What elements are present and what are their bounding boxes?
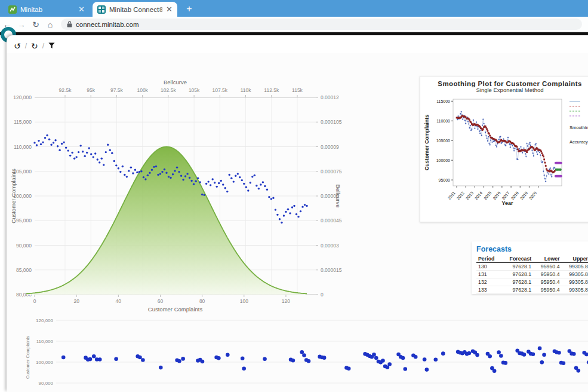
svg-text:92.5k: 92.5k [59, 87, 72, 93]
svg-text:Accuracy: Accuracy [569, 139, 588, 145]
svg-text:Bellcurve: Bellcurve [335, 184, 341, 207]
table-cell: 97628.1 [501, 263, 533, 271]
svg-text:120,000: 120,000 [13, 94, 32, 100]
table-cell: 97628.1 [501, 278, 533, 286]
smoothing-plot-chart: 1150001100001050001000009500020112012201… [420, 93, 588, 219]
table-cell: 133 [476, 286, 501, 294]
svg-text:2017: 2017 [501, 191, 510, 201]
table-cell: 95950.4 [533, 263, 561, 271]
svg-text:85,000: 85,000 [16, 267, 32, 273]
history-icon[interactable]: ↺ [14, 41, 21, 51]
svg-text:Customer Complaints: Customer Complaints [25, 336, 30, 379]
svg-text:40: 40 [116, 298, 122, 304]
svg-text:115k: 115k [292, 87, 303, 93]
tab-title: Minitab [20, 6, 75, 13]
close-icon[interactable]: ✕ [166, 5, 173, 13]
toolbar-separator: / [25, 42, 27, 50]
table-cell: 99305.8 [562, 263, 588, 271]
table-cell: 95950.4 [533, 278, 561, 286]
table-row: 13197628.195950.499305.8 [476, 271, 588, 278]
minitab-favicon-icon [8, 5, 17, 14]
svg-text:0.000045: 0.000045 [321, 218, 342, 223]
dashboard-panel: ↺ / ↻ / 92.5k95k97.5k100k102.5k105k107.5… [7, 35, 588, 392]
table-cell: 132 [476, 278, 501, 286]
svg-text:2015: 2015 [483, 191, 492, 201]
browser-toolbar: ← → ↻ ⌂ connect.minitab.com [0, 17, 588, 32]
forecasts-table: PeriodForecastLowerUpper13097628.195950.… [476, 255, 588, 294]
tab-minitab[interactable]: Minitab ✕ [4, 2, 90, 17]
svg-text:110k: 110k [241, 87, 252, 93]
svg-text:105000: 105000 [436, 139, 450, 143]
dashboard-canvas: 92.5k95k97.5k100k102.5k105k107.5k110k112… [7, 53, 588, 392]
svg-text:20: 20 [73, 298, 79, 304]
svg-text:0.000105: 0.000105 [321, 119, 342, 125]
svg-text:100000: 100000 [436, 158, 450, 163]
svg-text:0.00012: 0.00012 [321, 94, 339, 100]
svg-text:110,000: 110,000 [14, 144, 32, 150]
svg-text:115,000: 115,000 [14, 119, 32, 125]
svg-text:110,000: 110,000 [36, 339, 54, 344]
svg-text:120: 120 [282, 298, 290, 304]
svg-text:2018: 2018 [510, 191, 519, 201]
address-bar[interactable]: connect.minitab.com [61, 19, 582, 30]
svg-text:0.000075: 0.000075 [321, 169, 342, 174]
svg-text:120,000: 120,000 [36, 318, 53, 323]
smoothing-plot-subtitle: Single Exponential Method [420, 87, 588, 93]
forecasts-card: Forecasts PeriodForecastLowerUpper130976… [472, 241, 588, 294]
svg-text:100,000: 100,000 [36, 360, 53, 365]
table-row: 13397628.195950.499305.8 [476, 286, 588, 294]
forecast-col-header: Lower [533, 255, 561, 263]
svg-text:Bellcurve: Bellcurve [164, 79, 187, 85]
tab-title: Minitab Connect® - connect.min [109, 6, 162, 13]
svg-text:2016: 2016 [492, 191, 501, 201]
connect-favicon-icon [97, 5, 106, 14]
svg-text:0.00009: 0.00009 [321, 144, 339, 150]
svg-text:97.5k: 97.5k [110, 87, 124, 93]
lock-icon [67, 21, 72, 27]
table-cell: 95950.4 [533, 286, 561, 294]
tab-strip: Minitab ✕ Minitab Connect® - connect.min… [0, 0, 588, 17]
home-icon[interactable]: ⌂ [43, 20, 57, 29]
svg-text:110000: 110000 [436, 119, 450, 123]
reload-icon[interactable]: ↻ [29, 20, 43, 29]
svg-text:2019: 2019 [519, 191, 528, 201]
table-cell: 99305.8 [562, 271, 588, 278]
svg-text:2020: 2020 [528, 191, 537, 201]
forecast-col-header: Period [476, 255, 501, 263]
smoothing-plot-card: Smoothing Plot for Customer Complaints S… [420, 76, 588, 222]
toolbar-separator: / [42, 42, 44, 50]
forward-icon[interactable]: → [14, 20, 29, 29]
table-row: 13297628.195950.499305.8 [476, 278, 588, 286]
svg-text:105k: 105k [189, 87, 200, 93]
table-cell: 95950.4 [533, 271, 561, 278]
dashboard-toolbar: ↺ / ↻ / [14, 41, 55, 51]
svg-text:0: 0 [321, 292, 324, 298]
close-icon[interactable]: ✕ [78, 5, 85, 13]
new-tab-button[interactable]: + [182, 2, 196, 16]
filter-icon[interactable] [48, 41, 55, 51]
svg-text:Customer Complaints: Customer Complaints [424, 115, 430, 171]
svg-text:95000: 95000 [439, 178, 451, 182]
table-cell: 131 [476, 271, 501, 278]
svg-text:60: 60 [158, 298, 164, 304]
svg-text:Smoothing: Smoothing [569, 125, 588, 130]
browser-window: { "browser": { "tabs": [ {"title": "Mini… [0, 0, 588, 392]
svg-text:2012: 2012 [456, 191, 465, 201]
tab-minitab-connect[interactable]: Minitab Connect® - connect.min ✕ [93, 2, 177, 17]
svg-text:102.5k: 102.5k [161, 87, 176, 93]
svg-text:0: 0 [33, 298, 36, 304]
svg-text:2011: 2011 [447, 191, 456, 200]
table-cell: 99305.8 [562, 286, 588, 294]
url-text: connect.minitab.com [76, 21, 138, 28]
table-cell: 130 [476, 263, 501, 271]
forecasts-title: Forecasts [476, 245, 588, 253]
svg-text:0.00003: 0.00003 [321, 243, 339, 249]
bellcurve-scatter-chart: 92.5k95k97.5k100k102.5k105k107.5k110k112… [7, 75, 344, 314]
svg-text:115000: 115000 [436, 99, 450, 103]
svg-text:100k: 100k [137, 87, 148, 93]
svg-text:90,000: 90,000 [39, 381, 54, 386]
svg-text:2014: 2014 [474, 191, 483, 201]
table-cell: 97628.1 [501, 286, 533, 294]
table-cell: 99305.8 [562, 278, 588, 286]
refresh-icon[interactable]: ↻ [31, 41, 38, 51]
